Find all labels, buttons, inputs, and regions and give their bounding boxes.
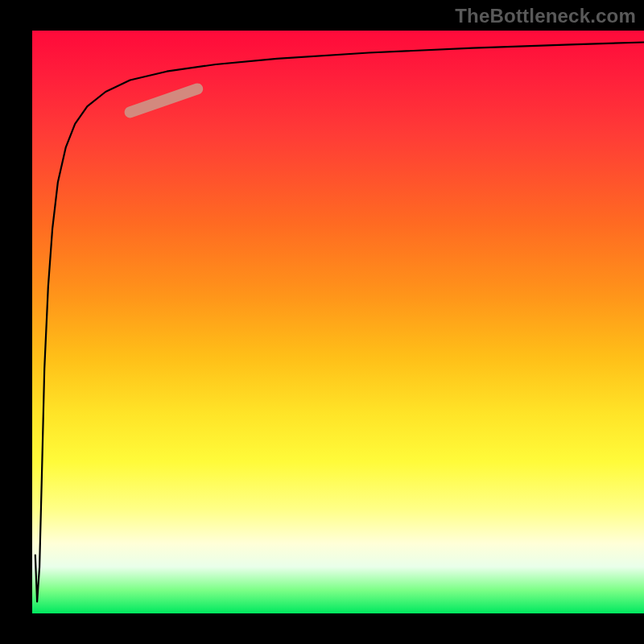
plot-area [32,31,644,613]
chart-frame: TheBottleneck.com [0,0,644,644]
curve-highlight [130,89,198,112]
bottleneck-curve [35,43,644,602]
watermark-text: TheBottleneck.com [455,5,636,27]
curve-layer [32,31,644,613]
